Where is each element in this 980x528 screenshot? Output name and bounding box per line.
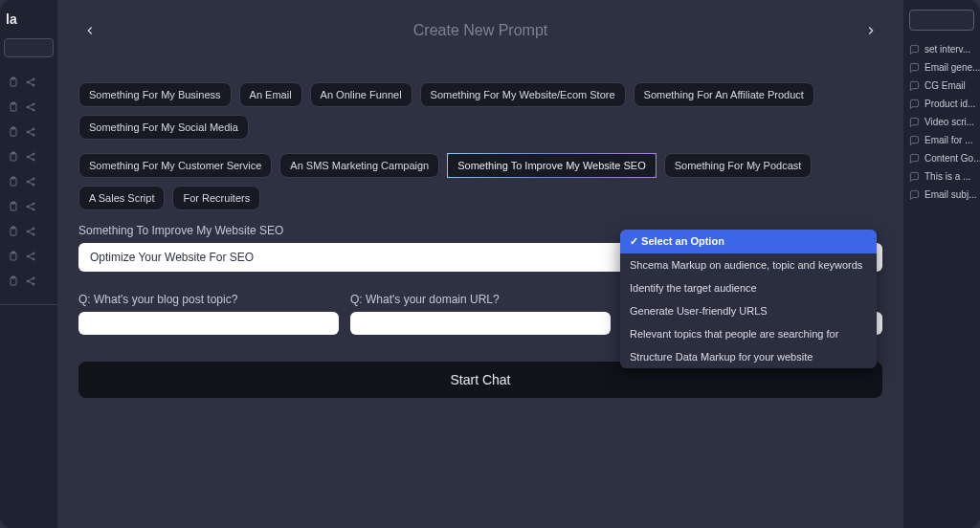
page-title: Create New Prompt [57, 22, 903, 39]
q1-label: Q: What's your blog post topic? [78, 293, 339, 306]
svg-point-8 [33, 103, 34, 105]
dd-option-structure[interactable]: Structure Data Markup for your website [620, 345, 877, 368]
svg-point-12 [27, 131, 29, 133]
svg-point-7 [27, 106, 29, 108]
left-item[interactable] [0, 247, 57, 266]
recent-item-label: set interv... [924, 44, 970, 55]
share-icon [25, 151, 36, 163]
svg-point-29 [33, 209, 34, 210]
recent-item[interactable]: Email gene... [903, 60, 980, 75]
chip-email[interactable]: An Email [239, 82, 302, 107]
clipboard-icon [8, 151, 19, 163]
left-item[interactable] [0, 272, 57, 291]
svg-point-2 [27, 81, 29, 83]
right-panel-action[interactable] [909, 10, 974, 31]
clipboard-icon [8, 126, 19, 138]
clipboard-icon [8, 226, 19, 237]
recent-item[interactable]: set interv... [903, 42, 980, 56]
svg-point-33 [33, 228, 34, 230]
chip-podcast[interactable]: Something For My Podcast [664, 153, 813, 178]
svg-point-42 [27, 280, 29, 282]
left-item[interactable] [0, 98, 57, 117]
svg-point-44 [33, 283, 34, 285]
left-item[interactable] [0, 197, 57, 216]
svg-point-23 [33, 178, 34, 180]
share-icon [25, 226, 36, 237]
start-chat-label: Start Chat [450, 372, 510, 387]
q2-label: Q: What's your domain URL? [350, 293, 611, 306]
svg-point-14 [33, 134, 34, 136]
svg-point-28 [33, 203, 34, 205]
nav-next-button[interactable] [859, 19, 882, 42]
recent-item[interactable]: Email for ... [903, 133, 980, 147]
recent-item-label: Product id... [924, 99, 975, 109]
svg-point-37 [27, 255, 29, 257]
app-root: la [0, 0, 980, 528]
chip-sms[interactable]: An SMS Marketing Campaign [279, 153, 439, 178]
chip-sales-script[interactable]: A Sales Script [78, 186, 165, 210]
recent-item-label: Content Go... [924, 153, 980, 164]
chip-funnel[interactable]: An Online Funnel [310, 82, 412, 107]
left-panel-title-fragment: la [0, 8, 57, 29]
left-item[interactable] [0, 122, 57, 142]
q2-input[interactable] [350, 312, 611, 335]
chip-seo[interactable]: Something To Improve My Website SEO [447, 153, 656, 178]
recent-item[interactable]: Product id... [903, 97, 980, 111]
header: Create New Prompt [78, 17, 882, 44]
chip-business[interactable]: Something For My Business [78, 82, 232, 107]
share-icon [25, 101, 36, 113]
svg-point-17 [27, 156, 29, 158]
left-item[interactable] [0, 147, 57, 166]
left-item[interactable] [0, 222, 57, 241]
chip-affiliate[interactable]: Something For An Affiliate Product [634, 82, 814, 107]
recent-item-label: Email for ... [924, 135, 973, 145]
recent-item[interactable]: Content Go... [903, 151, 980, 165]
share-icon [25, 251, 36, 262]
clipboard-icon [8, 251, 19, 262]
share-icon [25, 275, 36, 287]
svg-point-13 [33, 128, 34, 130]
recent-item-label: Video scri... [924, 117, 974, 127]
recent-item-label: Email subj... [924, 189, 976, 200]
nav-prev-button[interactable] [78, 19, 101, 42]
achieve-dropdown[interactable]: Select an Option Shcema Markup on audien… [620, 230, 877, 368]
clipboard-icon [8, 176, 19, 187]
share-icon [25, 77, 36, 88]
chip-website-ecom[interactable]: Something For My Website/Ecom Store [420, 82, 626, 107]
left-item[interactable] [0, 73, 57, 92]
recent-item[interactable]: Email subj... [903, 187, 980, 202]
divider [0, 304, 57, 305]
left-panel: la [0, 0, 57, 528]
left-search-stub[interactable] [4, 38, 54, 57]
chip-customer-service[interactable]: Something For My Customer Service [78, 153, 272, 178]
svg-point-38 [33, 253, 34, 254]
svg-point-19 [33, 159, 34, 161]
category-chips-row1: Something For My Business An Email An On… [78, 82, 882, 140]
recent-item[interactable]: CG Email [903, 78, 980, 93]
dd-option-audience[interactable]: Identify the target audience [620, 276, 877, 299]
svg-point-24 [33, 184, 34, 186]
svg-point-18 [33, 153, 34, 155]
recent-item-label: CG Email [924, 80, 966, 91]
clipboard-icon [8, 101, 19, 113]
chip-recruiters[interactable]: For Recruiters [172, 186, 260, 210]
dd-option-urls[interactable]: Generate User-friendly URLS [620, 299, 877, 322]
left-item[interactable] [0, 172, 57, 191]
recent-item-label: This is a ... [924, 171, 970, 182]
dd-option-topics[interactable]: Relevant topics that people are searchin… [620, 322, 877, 345]
question-col-1: Q: What's your blog post topic? [78, 293, 339, 335]
main-panel: Create New Prompt Something For My Busin… [57, 0, 903, 528]
share-icon [25, 201, 36, 212]
share-icon [25, 176, 36, 187]
dd-option-select[interactable]: Select an Option [620, 230, 877, 253]
recent-item[interactable]: Video scri... [903, 115, 980, 129]
clipboard-icon [8, 201, 19, 212]
dd-option-schema[interactable]: Shcema Markup on audience, topic and key… [620, 253, 877, 276]
clipboard-icon [8, 275, 19, 287]
svg-point-9 [33, 109, 34, 111]
svg-point-22 [27, 181, 29, 183]
chip-social[interactable]: Something For My Social Media [78, 115, 249, 140]
prompt-select-value: Optimize Your Website For SEO [90, 251, 254, 264]
q1-input[interactable] [78, 312, 339, 335]
recent-item[interactable]: This is a ... [903, 169, 980, 184]
